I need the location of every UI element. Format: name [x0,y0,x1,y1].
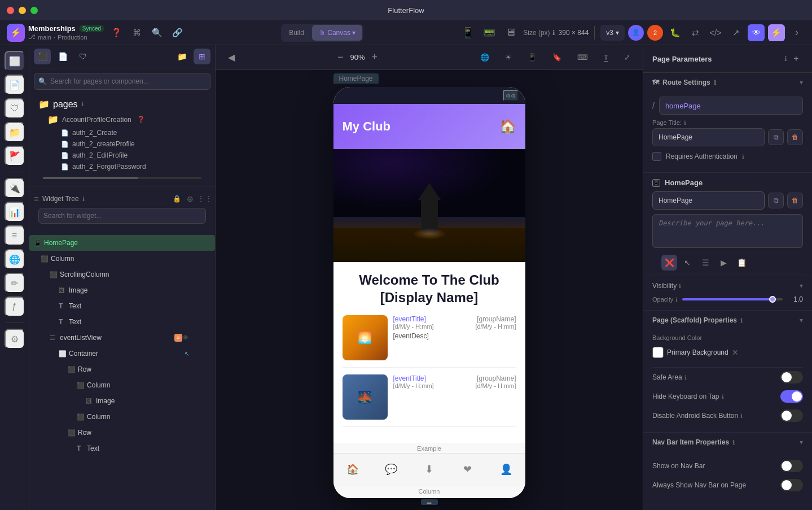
tree-add-button[interactable]: ⊕ [189,269,199,280]
tree-add-button[interactable]: ⊕ [189,428,199,438]
tree-add-button[interactable]: ⊕ [189,412,199,422]
tablet-device-button[interactable]: 📟 [480,25,498,41]
toolbar-folder-btn[interactable]: 📁 [173,49,190,64]
tree-more-button[interactable]: ⋮ [200,254,210,264]
nav-item-like[interactable]: ❤ [449,463,487,476]
requires-auth-checkbox[interactable] [652,152,661,161]
tree-more-button[interactable]: ⋮ [200,443,210,454]
tree-more-button[interactable]: ⋮ [200,238,210,248]
nav-item-profile[interactable]: 👤 [487,463,525,476]
nav-bar-section-header[interactable]: Nav Bar Item Properties ℹ ▾ [643,433,812,452]
zoom-out-button[interactable]: − [337,51,344,63]
phone-button[interactable]: 📱 [522,49,542,66]
opacity-thumb[interactable] [769,296,776,303]
resize-button[interactable]: ⤢ [618,49,636,66]
sidebar-icon-widget[interactable]: ⬜ [5,51,25,71]
tree-item-column-3[interactable]: ⬛ Column ⊕ ⋮ [29,409,215,425]
nav-item-home[interactable]: 🏠 [333,463,372,476]
collapse-panel-button[interactable]: ◀ [222,49,240,66]
nav-item-download[interactable]: ⬇ [410,463,449,476]
page-item-auth-createprofile[interactable]: 📄 auth_2_createProfile [52,138,210,150]
tree-item-homepage[interactable]: 📱 HomePage ⊕ ⋮ [29,235,215,251]
always-show-nav-toggle[interactable] [780,479,803,491]
tree-item-text-2[interactable]: T Text ⊕ ⋮ [29,314,215,330]
tree-add-button[interactable]: ⊕ [189,396,199,406]
remove-color-button[interactable]: ✕ [732,348,739,357]
visibility-chevron[interactable]: ▾ [800,282,803,290]
preview-button[interactable]: 👁 [748,24,765,41]
merge-button[interactable]: ⇄ [687,24,704,41]
tree-item-row-2[interactable]: ⬛ Row ⊕ ⋮ [29,425,215,441]
close-button[interactable] [7,7,14,14]
widget-tree-add-button[interactable]: ⊕ [185,193,196,204]
opacity-slider[interactable] [682,298,783,300]
sidebar-icon-flag[interactable]: 🚩 [5,146,25,166]
tree-item-container[interactable]: ⬜ Container ↖ ⊕ ⋮ [29,346,215,361]
sidebar-icon-component[interactable]: 📄 [5,75,25,95]
tree-add-button[interactable]: ⊕ [189,238,199,248]
tree-item-event-list-view[interactable]: ☰ eventListView ≡ 👁 ⊕ ⋮ [29,330,215,346]
tree-item-row-1[interactable]: ⬛ Row ⊕ ⋮ [29,361,215,377]
tree-add-button[interactable]: ⊕ [189,285,199,295]
tree-item-text-3[interactable]: T Text ⊕ ⋮ [29,441,215,456]
bug-button[interactable]: 🐛 [666,24,683,41]
tree-more-button[interactable]: ⋮ [200,412,210,422]
pages-search-input[interactable] [34,73,210,90]
minimize-button[interactable] [19,7,26,14]
tree-add-button[interactable]: ⊕ [189,301,199,311]
tab-arrow[interactable]: ↖ [679,255,695,271]
tree-more-button[interactable]: ⋮ [200,333,210,343]
globe-button[interactable]: 🌐 [475,49,495,66]
sidebar-icon-table[interactable]: 📊 [5,202,25,222]
sidebar-icon-add[interactable]: 📁 [5,122,25,142]
sun-button[interactable]: ☀ [499,49,517,66]
bookmark-button[interactable]: 🔖 [547,49,567,66]
route-settings-header[interactable]: 🗺 Route Settings ℹ ▾ [643,73,812,92]
tree-more-button[interactable]: ⋮ [200,396,210,406]
help-button[interactable]: ❓ [108,24,125,41]
page-item-auth-create[interactable]: 📄 auth_2_Create [52,127,210,138]
add-param-button[interactable]: + [789,52,803,66]
pages-folder[interactable]: 📁 pages ℹ [34,97,210,112]
tree-add-button[interactable]: ⊕ [189,380,199,390]
link-button[interactable]: 🔗 [169,24,186,41]
tab-table[interactable]: ☰ [697,255,713,271]
tree-more-button[interactable]: ⋮ [200,301,210,311]
tree-item-image-2[interactable]: 🖼 Image ⊕ ⋮ [29,393,215,409]
mobile-device-button[interactable]: 📱 [459,25,477,41]
copy-button[interactable]: ⧉ [768,129,784,145]
sidebar-icon-list[interactable]: ≡ [5,225,25,246]
tree-add-button[interactable]: ⊕ [189,348,199,359]
disable-back-toggle[interactable] [780,409,803,422]
version-button[interactable]: v3 ▾ [600,25,625,41]
text-style-button[interactable]: T̲ [598,49,614,66]
tree-add-button[interactable]: ⊕ [189,364,199,374]
sidebar-icon-func[interactable]: ƒ [5,297,25,317]
collab-avatar[interactable]: 👤 [628,25,644,41]
tree-item-column-2[interactable]: ⬛ Column ⊕ ⋮ [29,377,215,393]
toolbar-shield-btn[interactable]: 🛡 [74,49,91,64]
tree-more-button[interactable]: ⋮ [200,348,210,359]
bg-color-chip[interactable] [652,347,664,358]
description-input[interactable] [652,214,803,248]
tree-item-scrolling-column[interactable]: ⬛ ScrollingColumn ⊕ ⋮ [29,267,215,282]
maximize-button[interactable] [30,7,38,14]
tree-item-image[interactable]: 🖼 Image ⊕ ⋮ [29,282,215,298]
sidebar-icon-pencil[interactable]: ✏ [5,273,25,293]
show-nav-toggle[interactable] [780,460,803,472]
tree-add-button[interactable]: ⊕ [189,443,199,454]
code-button[interactable]: </> [707,24,724,41]
route-input[interactable] [659,97,803,115]
desktop-device-button[interactable]: 🖥 [502,25,520,41]
tree-add-button[interactable]: ⊕ [189,333,199,343]
tree-more-button[interactable]: ⋮ [200,428,210,438]
tree-add-button[interactable]: ⊕ [189,254,199,264]
safe-area-toggle[interactable] [780,371,803,383]
hide-keyboard-toggle[interactable] [780,390,803,403]
lightning-button[interactable]: ⚡ [768,24,785,41]
sidebar-icon-settings[interactable]: ⚙ [5,329,25,349]
tree-add-button[interactable]: ⊕ [189,317,199,327]
page-name-delete-button[interactable]: 🗑 [787,193,803,208]
tree-item-column[interactable]: ⬛ Column ⊕ ⋮ [29,251,215,267]
scaffold-section-header[interactable]: Page (Scaffold) Properties ℹ ▾ [643,311,812,330]
